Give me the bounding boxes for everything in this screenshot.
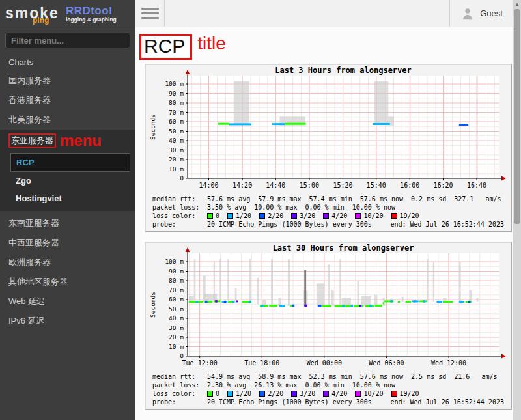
loss-color-label: 1/20 [236, 212, 251, 219]
loss-color-label: 4/20 [331, 390, 347, 397]
rrdtool-logo-subtitle: logging & graphing [66, 17, 117, 23]
main-content: RCP title 010 m20 m30 m40 m50 m60 m70 m8… [135, 27, 513, 420]
sidebar-item-eastasia-servers[interactable]: 东亚服务器 menu [0, 130, 135, 152]
scrollbar-up-arrow-icon[interactable]: ▲ [514, 1, 520, 7]
hamburger-menu-button[interactable] [135, 0, 165, 27]
svg-text:20 m: 20 m [169, 333, 184, 341]
loss-color-label: 19/20 [400, 212, 419, 219]
graph-panel-3h: 010 m20 m30 m40 m50 m60 m70 m80 m90 m100… [145, 64, 512, 232]
loss-color-swatches: 01/202/203/204/2010/2019/20 [207, 390, 427, 397]
latency-graph-3h[interactable]: 010 m20 m30 m40 m50 m60 m70 m80 m90 m100… [147, 66, 509, 194]
sidebar-item-ipv6-latency[interactable]: IPv6 延迟 [0, 311, 135, 331]
svg-text:Wed 00:00: Wed 00:00 [307, 359, 342, 367]
annotation-title-box: RCP [139, 34, 192, 60]
svg-text:60 m: 60 m [169, 118, 184, 125]
svg-text:60 m: 60 m [169, 296, 184, 303]
svg-text:15:40: 15:40 [367, 182, 386, 189]
loss-color-swatch [227, 391, 233, 397]
loss-color-swatch [323, 213, 329, 219]
submenu-item-hostingviet[interactable]: Hostingviet [10, 189, 130, 207]
loss-color-label: 1/20 [236, 390, 251, 397]
smokeping-logo[interactable]: smoke ping [5, 6, 59, 21]
smokeping-app: smoke ping RRDtool logging & graphing Ch… [0, 0, 521, 420]
annotation-menu-label: menu [60, 133, 102, 148]
svg-text:90 m: 90 m [169, 267, 184, 274]
hamburger-icon [141, 8, 159, 10]
svg-text:70 m: 70 m [169, 108, 184, 115]
user-menu[interactable]: Guest [449, 0, 513, 27]
user-icon [460, 7, 475, 21]
svg-text:40 m: 40 m [169, 315, 184, 322]
rrdtool-logo-title: RRDtool [66, 5, 117, 17]
graph-30h-legend: median rtt:54.9 ms avg 58.9 ms max 52.3 … [146, 372, 511, 406]
median-rtt-values: 54.9 ms avg 58.9 ms max 52.3 ms min 57.6… [207, 373, 498, 380]
loss-color-label: 10/20 [363, 212, 383, 219]
filter-menu-wrap [0, 27, 135, 53]
svg-text:40 m: 40 m [169, 137, 184, 144]
filter-menu-input[interactable] [5, 33, 130, 48]
graph-panel-30h: 010 m20 m30 m40 m50 m60 m70 m80 m90 m100… [145, 242, 512, 410]
legend-median-row: median rtt:57.6 ms avg 57.9 ms max 57.4 … [152, 195, 504, 203]
vertical-scrollbar[interactable]: ▲ [513, 0, 521, 420]
svg-text:15:00: 15:00 [300, 182, 319, 189]
sidebar-item-eastasia-label: 东亚服务器 [11, 135, 53, 145]
top-bar: Guest [135, 0, 521, 27]
loss-color-swatch [291, 213, 297, 219]
legend-probe-row: probe:20 ICMP Echo Pings (1000 Bytes) ev… [152, 398, 504, 406]
loss-color-swatch [207, 213, 213, 219]
submenu-item-rcp[interactable]: RCP [10, 153, 130, 172]
graph-3h-legend: median rtt:57.6 ms avg 57.9 ms max 57.4 … [146, 194, 511, 229]
smokeping-logo-ping-text: ping [33, 16, 49, 24]
svg-text:30 m: 30 m [169, 146, 184, 153]
loss-color-label: 0 [216, 212, 219, 219]
sidebar-item-hongkong-servers[interactable]: 香港服务器 [0, 91, 135, 110]
scrollbar-thumb[interactable] [514, 9, 520, 224]
sidebar-item-southeastasia-servers[interactable]: 东南亚服务器 [0, 214, 135, 233]
user-label: Guest [480, 8, 503, 18]
sidebar-item-europe-servers[interactable]: 欧洲服务器 [0, 253, 135, 272]
probe-description: 20 ICMP Echo Pings (1000 Bytes) every 30… [207, 221, 372, 228]
loss-color-swatch [323, 391, 329, 397]
svg-text:100 m: 100 m [165, 258, 184, 265]
svg-text:16:20: 16:20 [433, 182, 453, 189]
loss-color-swatch [391, 391, 397, 397]
legend-loss-color-row: loss color:01/202/203/204/2010/2019/20 [152, 389, 504, 398]
svg-text:50 m: 50 m [169, 305, 184, 312]
svg-text:Tue 18:00: Tue 18:00 [244, 359, 279, 367]
svg-text:90 m: 90 m [169, 89, 184, 96]
loss-color-swatch [259, 391, 265, 397]
svg-text:16:40: 16:40 [467, 182, 486, 189]
svg-text:Last 3 Hours from alongserver: Last 3 Hours from alongserver [275, 66, 412, 75]
loss-color-label: 2/20 [268, 212, 283, 219]
submenu-item-zgo[interactable]: Zgo [10, 172, 130, 189]
sidebar-item-other-region-servers[interactable]: 其他地区服务器 [0, 272, 135, 292]
graph-end-timestamp: end: Wed Jul 26 16:52:44 2023 [390, 221, 504, 228]
svg-text:16:00: 16:00 [400, 182, 419, 189]
svg-text:Wed 06:00: Wed 06:00 [369, 359, 404, 367]
eastasia-submenu: RCP Zgo Hostingviet [0, 152, 135, 207]
latency-graph-30h[interactable]: 010 m20 m30 m40 m50 m60 m70 m80 m90 m100… [147, 244, 509, 372]
rrdtool-logo[interactable]: RRDtool logging & graphing [66, 4, 117, 23]
probe-description: 20 ICMP Echo Pings (1000 Bytes) every 30… [207, 399, 372, 406]
legend-loss-color-row: loss color:01/202/203/204/2010/2019/20 [152, 212, 504, 220]
svg-text:80 m: 80 m [169, 277, 184, 284]
sidebar-item-centralasia-servers[interactable]: 中西亚服务器 [0, 233, 135, 253]
svg-text:Last 30 Hours from alongserver: Last 30 Hours from alongserver [273, 244, 414, 253]
median-rtt-values: 57.6 ms avg 57.9 ms max 57.4 ms min 57.6… [207, 195, 501, 203]
loss-color-swatches: 01/202/203/204/2010/2019/20 [207, 212, 427, 219]
sidebar-item-charts[interactable]: Charts [0, 53, 135, 71]
sidebar-item-web-latency[interactable]: Web 延迟 [0, 292, 135, 311]
loss-color-label: 3/20 [300, 212, 315, 219]
loss-color-label: 19/20 [400, 390, 419, 397]
svg-text:14:40: 14:40 [266, 182, 285, 189]
loss-color-label: 0 [216, 390, 219, 397]
loss-color-label: 3/20 [300, 390, 315, 397]
svg-text:50 m: 50 m [169, 127, 184, 134]
sidebar-item-domestic-servers[interactable]: 国内服务器 [0, 71, 135, 91]
loss-color-swatch [291, 391, 297, 397]
sidebar-item-northamerica-servers[interactable]: 北美服务器 [0, 110, 135, 130]
svg-text:80 m: 80 m [169, 99, 184, 106]
loss-color-swatch [355, 391, 361, 397]
loss-color-swatch [391, 213, 397, 219]
annotation-title-label: title [197, 34, 226, 54]
